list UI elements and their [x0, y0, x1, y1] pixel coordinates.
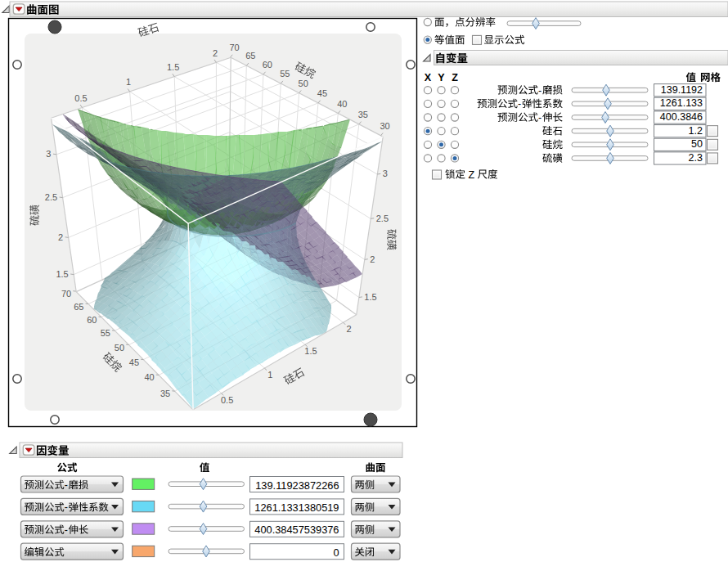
svg-text:-: - — [65, 501, 68, 513]
svg-text:65: 65 — [245, 51, 255, 61]
svg-text:0.5: 0.5 — [221, 395, 233, 405]
svg-text:-: - — [65, 524, 68, 536]
svg-text:400.38457539376: 400.38457539376 — [254, 524, 339, 536]
svg-text:65: 65 — [74, 302, 83, 312]
svg-text:Y: Y — [438, 72, 445, 83]
svg-text:0: 0 — [333, 546, 339, 559]
svg-text:50: 50 — [299, 79, 308, 88]
svg-text:139.1192: 139.1192 — [661, 84, 703, 96]
svg-text:-: - — [538, 112, 542, 124]
svg-text:2: 2 — [347, 324, 352, 334]
svg-text:-: - — [65, 479, 68, 491]
svg-text:Z: Z — [452, 72, 458, 83]
svg-text:139.11923872266: 139.11923872266 — [255, 479, 339, 492]
svg-text:50: 50 — [115, 343, 124, 353]
svg-text:1: 1 — [267, 370, 272, 380]
svg-text:0.5: 0.5 — [74, 93, 87, 103]
svg-text:55: 55 — [280, 69, 290, 79]
svg-text:3: 3 — [46, 149, 51, 159]
svg-text:2.3: 2.3 — [689, 152, 703, 164]
svg-text:30: 30 — [380, 121, 389, 131]
svg-text:1261.1331380519: 1261.1331380519 — [254, 501, 339, 514]
svg-text:1.2: 1.2 — [689, 125, 703, 137]
svg-text:1.5: 1.5 — [304, 346, 317, 356]
svg-text:-: - — [538, 85, 542, 97]
svg-text:3: 3 — [383, 169, 388, 178]
svg-text:1.5: 1.5 — [167, 62, 179, 72]
svg-text:2: 2 — [370, 254, 375, 264]
svg-text:1.5: 1.5 — [56, 269, 68, 279]
svg-text:X: X — [425, 72, 432, 83]
svg-text:400.3846: 400.3846 — [660, 111, 703, 123]
svg-text:1261.133: 1261.133 — [660, 97, 703, 109]
svg-text:40: 40 — [337, 99, 347, 109]
svg-text:50: 50 — [691, 138, 703, 150]
svg-text:70: 70 — [229, 43, 239, 52]
svg-text:2: 2 — [213, 48, 218, 58]
svg-text:70: 70 — [61, 289, 71, 299]
svg-text:2: 2 — [58, 232, 63, 242]
svg-text:1.5: 1.5 — [364, 292, 376, 302]
svg-text:45: 45 — [129, 357, 139, 367]
svg-text:-: - — [518, 98, 521, 110]
svg-text:40: 40 — [144, 372, 154, 382]
svg-text:60: 60 — [263, 60, 272, 70]
svg-text:Z: Z — [469, 169, 475, 181]
svg-text:35: 35 — [160, 389, 170, 398]
svg-text:35: 35 — [358, 110, 368, 119]
svg-text:55: 55 — [101, 328, 110, 338]
svg-text:1: 1 — [126, 77, 131, 87]
svg-text:2.5: 2.5 — [45, 192, 57, 202]
svg-text:2.5: 2.5 — [376, 214, 389, 223]
svg-text:60: 60 — [87, 315, 97, 325]
svg-text:45: 45 — [317, 88, 327, 98]
